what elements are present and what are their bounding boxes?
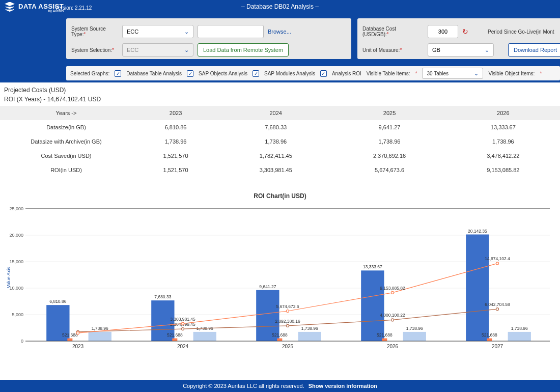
filter-item: SAP Modules Analysis — [264, 71, 315, 76]
svg-text:10,000: 10,000 — [9, 286, 23, 291]
svg-text:15,000: 15,000 — [9, 259, 23, 264]
svg-text:13,333.67: 13,333.67 — [363, 264, 382, 269]
svg-text:5,000: 5,000 — [12, 312, 23, 317]
svg-rect-29 — [403, 332, 426, 341]
svg-text:521,688: 521,688 — [167, 332, 183, 338]
roi-table: Years -> 2023 2024 2025 2026 Datasize(in… — [0, 106, 560, 177]
svg-rect-39 — [382, 339, 387, 341]
filter-bar: Selected Graphs: ✓Database Table Analysi… — [66, 66, 560, 80]
svg-text:20,142.35: 20,142.35 — [468, 229, 487, 234]
svg-text:9,153,085.82: 9,153,085.82 — [380, 286, 405, 291]
chart-title: ROI Chart(in USD) — [0, 192, 560, 200]
footer-version-link[interactable]: Show version information — [309, 383, 377, 389]
svg-rect-19 — [361, 270, 384, 341]
svg-point-44 — [182, 328, 184, 330]
svg-text:521,688: 521,688 — [482, 332, 497, 338]
svg-text:1,738.96: 1,738.96 — [406, 326, 423, 331]
svg-text:4,000,100.22: 4,000,100.22 — [380, 313, 405, 318]
svg-rect-35 — [172, 339, 177, 341]
checkbox-sap-objects[interactable]: ✓ — [187, 70, 193, 77]
logo-icon — [4, 2, 15, 13]
filter-item: SAP Objects Analysis — [199, 71, 247, 76]
load-data-button[interactable]: Load Data from Remote System — [198, 43, 289, 57]
svg-text:6,042,704.58: 6,042,704.58 — [485, 302, 510, 307]
year-col: 2024 — [219, 106, 332, 120]
top-bar: DATA ASSIST by Auritas Version: 2.21.12 … — [0, 0, 560, 82]
svg-point-53 — [182, 322, 184, 325]
svg-text:5,674,673.6: 5,674,673.6 — [276, 304, 299, 309]
svg-rect-21 — [466, 235, 489, 341]
content: Projected Costs (USD) ROI (X Years) - 14… — [0, 86, 560, 350]
browse-link[interactable]: Browse... — [268, 29, 291, 35]
chevron-down-icon: ⌄ — [184, 47, 189, 53]
svg-text:25,000: 25,000 — [9, 206, 23, 211]
table-row: Datasize(in GB)6,810.867,680.339,641.271… — [0, 120, 560, 134]
refresh-icon[interactable]: ↻ — [462, 27, 468, 36]
svg-rect-23 — [89, 332, 111, 341]
svg-text:9,641.27: 9,641.27 — [259, 284, 276, 289]
filter-item: Database Table Analysis — [126, 71, 182, 76]
projected-costs-heading: Projected Costs (USD) — [0, 86, 560, 95]
chevron-down-icon: ⌄ — [485, 47, 489, 53]
checkbox-sap-modules[interactable]: ✓ — [253, 70, 259, 77]
table-row: Datasize with Archive(in GB)1,738.961,73… — [0, 134, 560, 149]
source-text-input[interactable] — [198, 25, 264, 38]
svg-text:14,674,102.4: 14,674,102.4 — [485, 256, 510, 261]
svg-text:521,688: 521,688 — [62, 332, 78, 338]
selected-graphs-label: Selected Graphs: — [70, 71, 109, 76]
svg-rect-41 — [487, 339, 492, 341]
visible-tables-label: Visible Table Items: — [367, 71, 410, 76]
system-source-type-select[interactable]: ECC⌄ — [122, 25, 193, 38]
visible-tables-select[interactable]: 30 Tables⌄ — [422, 68, 483, 79]
source-panel: System Source Type:* ECC⌄ Browse... Syst… — [66, 18, 351, 59]
svg-point-59 — [496, 262, 499, 265]
years-header: Years -> — [0, 106, 132, 120]
svg-text:20,000: 20,000 — [9, 233, 23, 238]
year-col: 2025 — [332, 106, 446, 120]
chevron-down-icon: ⌄ — [184, 29, 189, 35]
roi-chart-svg: 05,00010,00015,00020,00025,000Value Axis… — [5, 204, 555, 351]
svg-text:0: 0 — [21, 339, 23, 344]
table-header-row: Years -> 2023 2024 2025 2026 — [0, 106, 560, 120]
svg-rect-33 — [67, 339, 72, 341]
svg-point-57 — [391, 291, 394, 294]
db-cost-label: Database Cost (USD/GB):* — [362, 26, 424, 37]
svg-text:1,738.96: 1,738.96 — [511, 326, 528, 331]
download-report-button[interactable]: Download Report — [508, 43, 560, 57]
system-source-type-label: System Source Type:* — [71, 26, 118, 37]
svg-point-46 — [287, 324, 289, 327]
svg-text:7,680.33: 7,680.33 — [154, 294, 171, 299]
uom-select[interactable]: GB⌄ — [428, 43, 494, 57]
footer: Copyright © 2023 Auritas LLC all rights … — [0, 380, 560, 392]
checkbox-roi[interactable]: ✓ — [320, 70, 327, 77]
table-row: Cost Saved(in USD)1,521,5701,782,411.452… — [0, 149, 560, 163]
svg-rect-31 — [508, 332, 531, 341]
svg-point-55 — [287, 310, 289, 312]
table-row: ROI(in USD)1,521,5703,303,981.455,674,67… — [0, 163, 560, 177]
year-col: 2023 — [132, 106, 219, 120]
svg-text:2024: 2024 — [177, 344, 189, 349]
svg-rect-27 — [298, 332, 321, 341]
svg-text:521,688: 521,688 — [272, 332, 288, 338]
page-title: – Database DB02 Analysis – — [241, 3, 319, 10]
system-selection-select[interactable]: ECC⌄ — [122, 43, 193, 57]
roi-chart: ROI Chart(in USD) 05,00010,00015,00020,0… — [0, 192, 560, 350]
roi-summary-heading: ROI (X Years) - 14,674,102.41 USD — [0, 95, 560, 104]
svg-text:2025: 2025 — [282, 344, 294, 349]
svg-point-52 — [77, 332, 79, 334]
year-col: 2026 — [446, 106, 560, 120]
visible-objects-label: Visible Object Items: — [488, 71, 535, 76]
svg-rect-25 — [193, 332, 216, 341]
svg-text:1,738.96: 1,738.96 — [301, 326, 318, 331]
version-label: Version: 2.21.12 — [55, 5, 92, 11]
svg-rect-37 — [277, 339, 282, 341]
system-selection-label: System Selection:* — [71, 47, 118, 53]
svg-text:3,303,981.45: 3,303,981.45 — [170, 317, 195, 322]
svg-text:6,810.86: 6,810.86 — [49, 299, 66, 304]
uom-label: Unit of Measure:* — [362, 47, 424, 53]
filter-item: Analysis ROI — [332, 71, 361, 76]
svg-text:2027: 2027 — [492, 344, 503, 349]
db-cost-input[interactable] — [428, 25, 458, 38]
svg-text:2026: 2026 — [387, 344, 399, 349]
checkbox-db-table[interactable]: ✓ — [115, 70, 121, 77]
